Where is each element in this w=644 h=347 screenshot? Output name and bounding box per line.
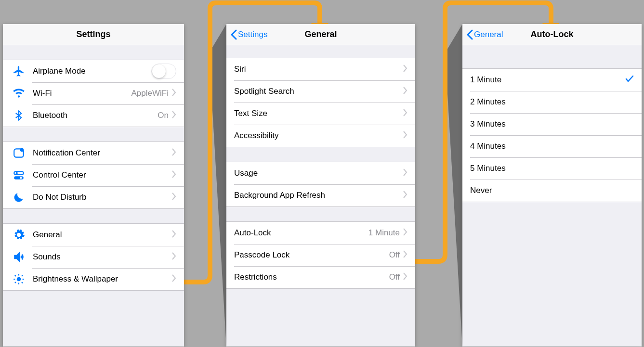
background-gutter-1	[184, 0, 226, 347]
bluetooth-icon	[11, 109, 27, 122]
general-row-restrictions[interactable]: Restrictions Off	[226, 266, 415, 288]
settings-row-label: Wi-Fi	[33, 89, 131, 98]
settings-row-airplane[interactable]: Airplane Mode	[3, 60, 184, 82]
sound-icon	[11, 250, 27, 264]
background-top-bar	[0, 0, 644, 24]
general-row-label: Text Size	[234, 109, 403, 118]
settings-navbar: Settings	[3, 24, 184, 45]
general-row-label: Usage	[234, 168, 403, 178]
back-to-general[interactable]: General	[466, 24, 503, 45]
settings-row-label: Airplane Mode	[33, 66, 151, 76]
wifi-icon	[11, 87, 27, 100]
general-title: General	[304, 29, 337, 39]
autolock-option-never[interactable]: Never	[462, 180, 642, 202]
settings-row-label: Control Center	[33, 170, 171, 180]
svg-point-5	[20, 148, 24, 152]
gear-icon	[11, 228, 27, 242]
chevron-right-icon	[403, 87, 407, 97]
chevron-left-icon	[466, 29, 473, 40]
autolock-navbar: General Auto-Lock	[462, 24, 642, 45]
settings-row-label: Brightness & Wallpaper	[33, 274, 171, 284]
moon-icon	[11, 191, 27, 204]
settings-row-value: On	[158, 111, 169, 120]
settings-row-label: Bluetooth	[33, 111, 158, 120]
chevron-right-icon	[171, 230, 176, 240]
settings-row-general[interactable]: General	[3, 224, 184, 246]
option-label: 2 Minutes	[470, 97, 634, 107]
general-row-passcode[interactable]: Passcode Lock Off	[226, 244, 415, 266]
chevron-right-icon	[171, 252, 176, 262]
general-row-value: Off	[389, 272, 400, 282]
settings-group-3: General Sounds Brightness & Wallpaper	[3, 223, 184, 291]
settings-row-label: Notification Center	[33, 148, 171, 158]
settings-row-wifi[interactable]: Wi-Fi AppleWiFi	[3, 82, 184, 104]
chevron-right-icon	[403, 272, 407, 283]
settings-row-notification-center[interactable]: Notification Center	[3, 142, 184, 164]
chevron-right-icon	[403, 64, 407, 75]
autolock-option-5min[interactable]: 5 Minutes	[462, 157, 642, 180]
general-row-label: Restrictions	[234, 272, 389, 282]
general-row-accessibility[interactable]: Accessibility	[226, 125, 415, 147]
autolock-option-3min[interactable]: 3 Minutes	[462, 113, 642, 135]
autolock-panel: General Auto-Lock 1 Minute 2 Minutes 3 M…	[462, 24, 642, 347]
general-row-label: Passcode Lock	[234, 250, 389, 260]
chevron-right-icon	[171, 148, 176, 158]
airplane-toggle[interactable]	[151, 64, 176, 79]
settings-row-dnd[interactable]: Do Not Disturb	[3, 186, 184, 208]
chevron-right-icon	[171, 89, 176, 99]
chevron-right-icon	[403, 250, 407, 260]
notification-center-icon	[11, 146, 27, 160]
settings-panel: Settings Airplane Mode Wi-Fi AppleWiFi B…	[3, 24, 184, 347]
airplane-icon	[11, 64, 27, 78]
general-row-label: Auto-Lock	[234, 228, 368, 238]
settings-row-bluetooth[interactable]: Bluetooth On	[3, 104, 184, 127]
svg-point-7	[16, 172, 18, 174]
autolock-option-4min[interactable]: 4 Minutes	[462, 135, 642, 157]
svg-point-10	[17, 277, 21, 282]
general-panel: Settings General Siri Spotlight Search T…	[226, 24, 415, 347]
chevron-right-icon	[403, 191, 407, 201]
general-row-label: Background App Refresh	[234, 191, 403, 200]
general-group-1: Siri Spotlight Search Text Size Accessib…	[226, 58, 415, 147]
settings-row-label: Do Not Disturb	[33, 193, 171, 202]
general-row-usage[interactable]: Usage	[226, 162, 415, 184]
autolock-title: Auto-Lock	[531, 29, 574, 39]
chevron-right-icon	[171, 274, 176, 284]
chevron-right-icon	[171, 170, 176, 180]
general-row-label: Siri	[234, 64, 403, 74]
settings-row-label: General	[33, 230, 171, 240]
general-row-label: Accessibility	[234, 131, 403, 141]
option-label: Never	[470, 186, 634, 195]
general-row-spotlight[interactable]: Spotlight Search	[226, 80, 415, 103]
option-label: 1 Minute	[470, 75, 625, 85]
svg-rect-6	[14, 171, 24, 175]
general-row-siri[interactable]: Siri	[226, 58, 415, 80]
general-group-2: Usage Background App Refresh	[226, 162, 415, 207]
settings-row-brightness[interactable]: Brightness & Wallpaper	[3, 268, 184, 290]
chevron-right-icon	[403, 109, 407, 119]
settings-row-sounds[interactable]: Sounds	[3, 246, 184, 268]
settings-row-label: Sounds	[33, 252, 171, 262]
settings-group-2: Notification Center Control Center Do No…	[3, 141, 184, 209]
general-row-autolock[interactable]: Auto-Lock 1 Minute	[226, 222, 415, 244]
settings-group-1: Airplane Mode Wi-Fi AppleWiFi Bluetooth …	[3, 60, 184, 127]
settings-title: Settings	[76, 29, 110, 39]
back-label: Settings	[238, 30, 267, 39]
general-row-background-refresh[interactable]: Background App Refresh	[226, 184, 415, 206]
option-label: 3 Minutes	[470, 119, 634, 129]
autolock-option-2min[interactable]: 2 Minutes	[462, 91, 642, 113]
settings-row-value: AppleWiFi	[131, 89, 169, 98]
general-group-3: Auto-Lock 1 Minute Passcode Lock Off Res…	[226, 221, 415, 289]
settings-row-control-center[interactable]: Control Center	[3, 164, 184, 186]
control-center-icon	[11, 168, 27, 182]
back-to-settings[interactable]: Settings	[230, 24, 267, 45]
brightness-icon	[11, 272, 27, 286]
chevron-right-icon	[171, 193, 176, 203]
chevron-left-icon	[230, 29, 237, 40]
autolock-option-1min[interactable]: 1 Minute	[462, 69, 642, 91]
background-gutter-2	[415, 0, 462, 347]
chevron-right-icon	[403, 131, 407, 141]
option-label: 5 Minutes	[470, 164, 634, 173]
general-row-textsize[interactable]: Text Size	[226, 103, 415, 125]
general-row-label: Spotlight Search	[234, 87, 403, 96]
